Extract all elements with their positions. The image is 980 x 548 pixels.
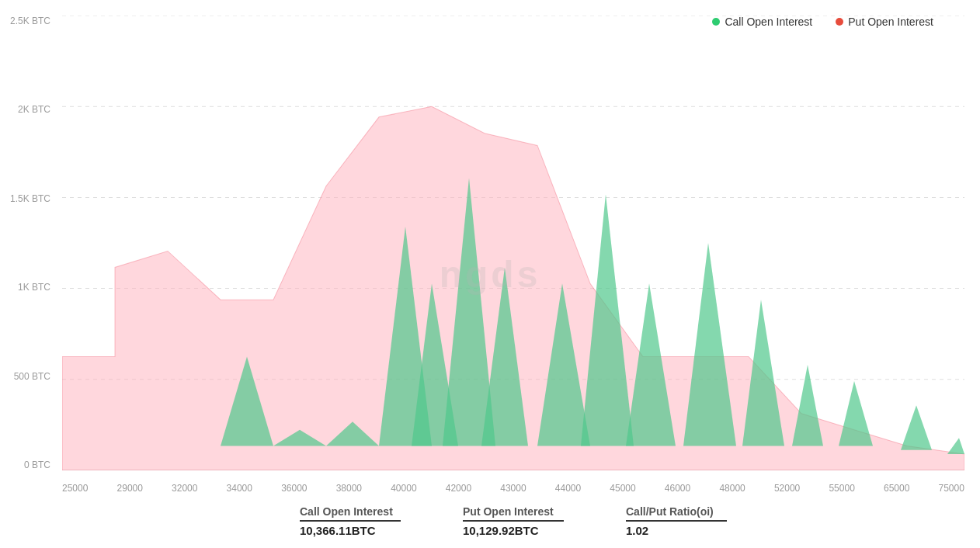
x-label-42000: 42000 xyxy=(446,483,471,494)
x-axis: 25000 29000 32000 34000 36000 38000 4000… xyxy=(62,483,964,494)
call-oi-value: 10,366.11BTC xyxy=(300,520,401,537)
call-bar-52000 xyxy=(792,365,823,446)
x-label-40000: 40000 xyxy=(391,483,416,494)
call-bar-55000 xyxy=(839,381,873,446)
call-bar-75000 xyxy=(947,438,964,454)
ratio-value: 1.02 xyxy=(626,520,727,537)
x-label-44000: 44000 xyxy=(555,483,581,494)
x-label-34000: 34000 xyxy=(227,483,252,494)
summary-ratio: Call/Put Ratio(oi) 1.02 xyxy=(626,505,727,548)
ratio-label: Call/Put Ratio(oi) xyxy=(626,505,714,518)
call-bar-65000 xyxy=(901,405,932,450)
call-bar-48000 xyxy=(683,243,736,446)
put-oi-value: 10,129.92BTC xyxy=(463,520,564,537)
summary-call-oi: Call Open Interest 10,366.11BTC xyxy=(300,505,401,548)
x-label-75000: 75000 xyxy=(939,483,964,494)
y-label-0: 0 BTC xyxy=(0,460,58,470)
x-label-46000: 46000 xyxy=(665,483,690,494)
y-axis: 0 BTC 500 BTC 1K BTC 1.5K BTC 2K BTC 2.5… xyxy=(0,16,58,470)
x-label-36000: 36000 xyxy=(281,483,307,494)
x-label-43000: 43000 xyxy=(500,483,526,494)
x-label-55000: 55000 xyxy=(829,483,854,494)
chart-svg xyxy=(62,16,964,470)
summary-put-oi: Put Open Interest 10,129.92BTC xyxy=(463,505,564,548)
call-oi-label: Call Open Interest xyxy=(300,505,393,518)
x-label-29000: 29000 xyxy=(117,483,143,494)
x-label-32000: 32000 xyxy=(172,483,197,494)
x-label-65000: 65000 xyxy=(884,483,909,494)
y-label-500: 500 BTC xyxy=(0,371,58,382)
x-label-38000: 38000 xyxy=(336,483,362,494)
x-label-25000: 25000 xyxy=(62,483,88,494)
chart-svg-area xyxy=(62,16,964,470)
chart-container: Call Open Interest Put Open Interest 0 B… xyxy=(0,0,980,548)
x-label-45000: 45000 xyxy=(610,483,635,494)
summary-row: Call Open Interest 10,366.11BTC Put Open… xyxy=(62,498,964,548)
y-label-1-5k: 1.5K BTC xyxy=(0,193,58,204)
y-label-1k: 1K BTC xyxy=(0,282,58,293)
y-label-2-5k: 2.5K BTC xyxy=(0,16,58,26)
put-oi-label: Put Open Interest xyxy=(463,505,554,518)
x-label-52000: 52000 xyxy=(774,483,800,494)
y-label-2k: 2K BTC xyxy=(0,104,58,115)
x-label-48000: 48000 xyxy=(719,483,745,494)
